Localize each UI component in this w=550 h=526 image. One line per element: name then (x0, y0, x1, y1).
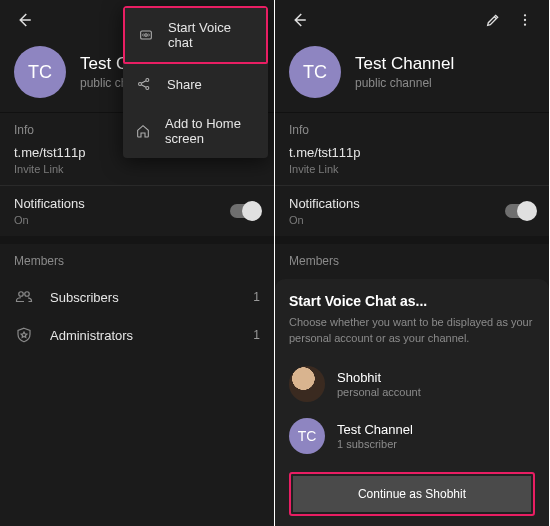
svg-point-7 (524, 24, 526, 26)
members-header: Members (14, 254, 260, 268)
subscribers-icon (14, 288, 34, 306)
invite-link-label: Invite Link (14, 163, 260, 175)
administrators-label: Administrators (50, 328, 253, 343)
broadcast-icon (137, 27, 154, 43)
members-header: Members (289, 254, 535, 268)
home-icon (135, 123, 151, 139)
invite-link-label: Invite Link (289, 163, 535, 175)
menu-add-home[interactable]: Add to Home screen (123, 104, 268, 158)
channel-avatar: TC (289, 46, 341, 98)
notifications-label: Notifications (289, 196, 505, 211)
svg-point-6 (524, 19, 526, 21)
channel-header: TC Test Channel public channel (275, 40, 549, 112)
notifications-row[interactable]: Notifications On (275, 185, 549, 236)
subscribers-label: Subscribers (50, 290, 253, 305)
channel-title: Test Channel (355, 54, 454, 74)
back-button[interactable] (8, 4, 40, 36)
option-personal-account[interactable]: Shobhit personal account (289, 358, 535, 410)
edit-button[interactable] (477, 4, 509, 36)
pencil-icon (485, 12, 501, 28)
sheet-title: Start Voice Chat as... (289, 293, 535, 309)
svg-point-1 (144, 34, 147, 37)
svg-point-4 (146, 87, 149, 90)
menu-share-label: Share (167, 77, 202, 92)
channel-avatar: TC (14, 46, 66, 98)
menu-share[interactable]: Share (123, 64, 268, 104)
more-vert-icon (517, 12, 533, 28)
option-name: Shobhit (337, 370, 421, 385)
user-avatar (289, 366, 325, 402)
svg-point-2 (139, 83, 142, 86)
sheet-description: Choose whether you want to be displayed … (289, 315, 535, 346)
administrators-icon (14, 326, 34, 344)
svg-point-5 (524, 14, 526, 16)
channel-subtitle: public channel (355, 76, 454, 90)
option-channel[interactable]: TC Test Channel 1 subscriber (289, 410, 535, 462)
arrow-left-icon (290, 11, 308, 29)
menu-start-voice-chat[interactable]: Start Voice chat (123, 6, 268, 64)
administrators-count: 1 (253, 328, 260, 342)
notifications-toggle[interactable] (230, 204, 260, 218)
info-section: Info t.me/tst111p Invite Link (275, 112, 549, 185)
back-button[interactable] (283, 4, 315, 36)
notifications-state: On (14, 214, 230, 226)
subscribers-count: 1 (253, 290, 260, 304)
share-icon (135, 76, 153, 92)
option-sub: 1 subscriber (337, 438, 413, 450)
menu-voice-label: Start Voice chat (168, 20, 254, 50)
option-sub: personal account (337, 386, 421, 398)
notifications-label: Notifications (14, 196, 230, 211)
info-header: Info (289, 123, 535, 137)
notifications-state: On (289, 214, 505, 226)
arrow-left-icon (15, 11, 33, 29)
notifications-toggle[interactable] (505, 204, 535, 218)
svg-point-3 (146, 79, 149, 82)
right-screenshot: TC Test Channel public channel Info t.me… (275, 0, 550, 526)
overflow-menu: Start Voice chat Share Add to Home scree… (123, 6, 268, 158)
continue-button[interactable]: Continue as Shobhit (293, 476, 531, 512)
channel-avatar-small: TC (289, 418, 325, 454)
menu-home-label: Add to Home screen (165, 116, 256, 146)
invite-link[interactable]: t.me/tst111p (289, 145, 535, 160)
left-screenshot: TC Test Channel public channel Info t.me… (0, 0, 275, 526)
continue-highlight: Continue as Shobhit (289, 472, 535, 516)
more-button[interactable] (509, 4, 541, 36)
notifications-row[interactable]: Notifications On (0, 185, 274, 236)
option-name: Test Channel (337, 422, 413, 437)
administrators-row[interactable]: Administrators 1 (0, 316, 274, 354)
voice-chat-sheet: Start Voice Chat as... Choose whether yo… (275, 279, 549, 526)
subscribers-row[interactable]: Subscribers 1 (0, 278, 274, 316)
